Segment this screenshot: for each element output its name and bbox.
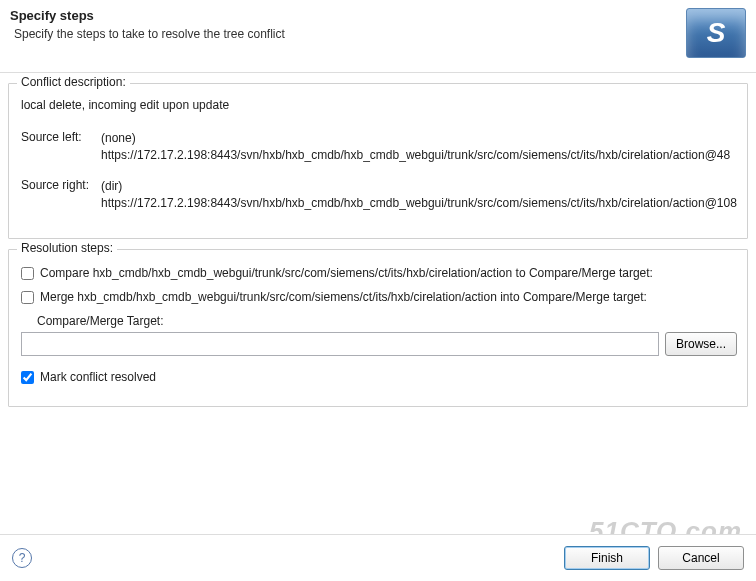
source-left-url: https://172.17.2.198:8443/svn/hxb/hxb_cm… — [101, 147, 737, 164]
conflict-description: local delete, incoming edit upon update — [21, 98, 737, 112]
resolution-group-title: Resolution steps: — [17, 241, 117, 255]
merge-checkbox-row[interactable]: Merge hxb_cmdb/hxb_cmdb_webgui/trunk/src… — [21, 290, 737, 304]
browse-button[interactable]: Browse... — [665, 332, 737, 356]
help-icon[interactable]: ? — [12, 548, 32, 568]
page-subtitle: Specify the steps to take to resolve the… — [14, 27, 686, 41]
cancel-button[interactable]: Cancel — [658, 546, 744, 570]
mark-resolved-row[interactable]: Mark conflict resolved — [21, 370, 737, 384]
source-right-url: https://172.17.2.198:8443/svn/hxb/hxb_cm… — [101, 195, 737, 212]
dialog-footer: ? Finish Cancel — [0, 534, 756, 581]
mark-resolved-label: Mark conflict resolved — [40, 370, 156, 384]
source-left-kind: (none) — [101, 130, 737, 147]
source-right-kind: (dir) — [101, 178, 737, 195]
source-right-label: Source right: — [21, 178, 101, 212]
target-label: Compare/Merge Target: — [37, 314, 737, 328]
target-input[interactable] — [21, 332, 659, 356]
conflict-description-group: Conflict description: local delete, inco… — [8, 83, 748, 239]
resolution-steps-group: Resolution steps: Compare hxb_cmdb/hxb_c… — [8, 249, 748, 407]
compare-label: Compare hxb_cmdb/hxb_cmdb_webgui/trunk/s… — [40, 266, 653, 280]
mark-resolved-checkbox[interactable] — [21, 371, 34, 384]
merge-label: Merge hxb_cmdb/hxb_cmdb_webgui/trunk/src… — [40, 290, 647, 304]
conflict-group-title: Conflict description: — [17, 75, 130, 89]
source-left-label: Source left: — [21, 130, 101, 164]
source-right-value: (dir) https://172.17.2.198:8443/svn/hxb/… — [101, 178, 737, 212]
source-left-value: (none) https://172.17.2.198:8443/svn/hxb… — [101, 130, 737, 164]
page-title: Specify steps — [10, 8, 686, 23]
merge-checkbox[interactable] — [21, 291, 34, 304]
finish-button[interactable]: Finish — [564, 546, 650, 570]
app-logo-icon: S — [686, 8, 746, 58]
compare-checkbox-row[interactable]: Compare hxb_cmdb/hxb_cmdb_webgui/trunk/s… — [21, 266, 737, 280]
dialog-header: Specify steps Specify the steps to take … — [0, 0, 756, 73]
compare-checkbox[interactable] — [21, 267, 34, 280]
